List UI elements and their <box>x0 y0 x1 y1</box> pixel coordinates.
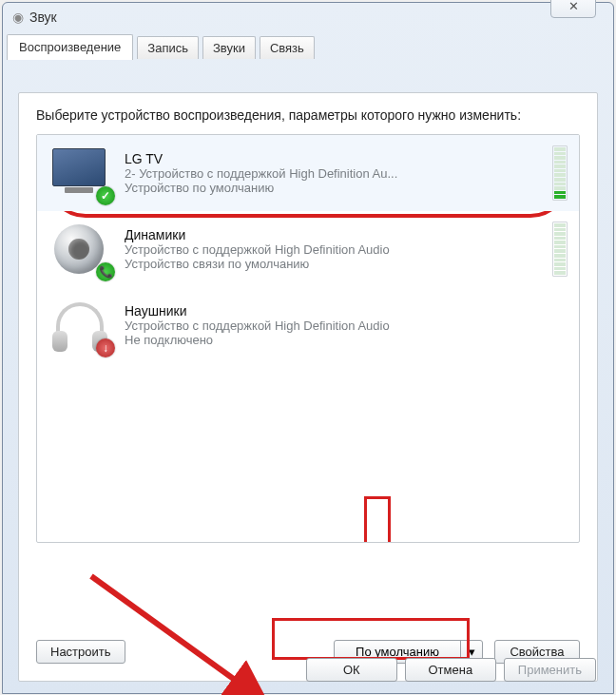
close-button[interactable]: ✕ <box>550 0 596 18</box>
device-item-speakers[interactable]: 📞 Динамики Устройство с поддержкой High … <box>37 211 579 287</box>
ok-button[interactable]: ОК <box>306 658 397 682</box>
default-check-badge: ✓ <box>96 186 115 205</box>
sound-icon: ◉ <box>12 10 24 25</box>
cancel-button[interactable]: Отмена <box>405 658 496 682</box>
configure-button[interactable]: Настроить <box>36 640 125 664</box>
instruction-text: Выберите устройство воспроизведения, пар… <box>19 93 597 130</box>
device-item-headphones[interactable]: ↓ Наушники Устройство с поддержкой High … <box>37 287 579 363</box>
device-status: Не подключено <box>125 333 568 347</box>
device-list[interactable]: ✓ LG TV 2- Устройство с поддержкой High … <box>36 134 580 543</box>
speaker-icon: 📞 <box>47 221 113 278</box>
level-meter <box>552 145 568 201</box>
device-name: Наушники <box>125 303 568 319</box>
tab-playback[interactable]: Воспроизведение <box>7 34 133 60</box>
tv-icon: ✓ <box>47 145 113 202</box>
device-name: Динамики <box>125 227 541 242</box>
device-desc: Устройство с поддержкой High Definition … <box>125 319 568 333</box>
device-name: LG TV <box>125 151 541 166</box>
headphones-icon: ↓ <box>47 297 113 354</box>
device-status: Устройство по умолчанию <box>125 181 541 195</box>
tab-strip: Воспроизведение Запись Звуки Связь <box>7 33 315 59</box>
apply-button[interactable]: Применить <box>504 658 596 682</box>
window-title: Звук <box>29 10 57 25</box>
sound-dialog: ◉ Звук ✕ Воспроизведение Запись Звуки Св… <box>2 2 614 694</box>
device-desc: 2- Устройство с поддержкой High Definiti… <box>125 166 541 181</box>
tab-recording[interactable]: Запись <box>137 36 199 59</box>
comm-default-badge: 📞 <box>96 262 115 281</box>
device-desc: Устройство с поддержкой High Definition … <box>125 242 541 257</box>
disconnected-badge: ↓ <box>96 338 115 357</box>
device-status: Устройство связи по умолчанию <box>125 257 541 271</box>
tab-content: Выберите устройство воспроизведения, пар… <box>18 92 598 682</box>
titlebar[interactable]: ◉ Звук <box>3 3 613 31</box>
device-item-lg-tv[interactable]: ✓ LG TV 2- Устройство с поддержкой High … <box>37 135 579 211</box>
annotation-arrow-ok <box>82 567 291 695</box>
dialog-buttons: ОК Отмена Применить <box>306 658 596 682</box>
level-meter <box>552 222 568 277</box>
tab-comm[interactable]: Связь <box>260 36 315 59</box>
chevron-down-icon: ▾ <box>469 645 475 659</box>
tab-sounds[interactable]: Звуки <box>202 36 256 59</box>
annotation-arrow-down <box>349 496 406 543</box>
